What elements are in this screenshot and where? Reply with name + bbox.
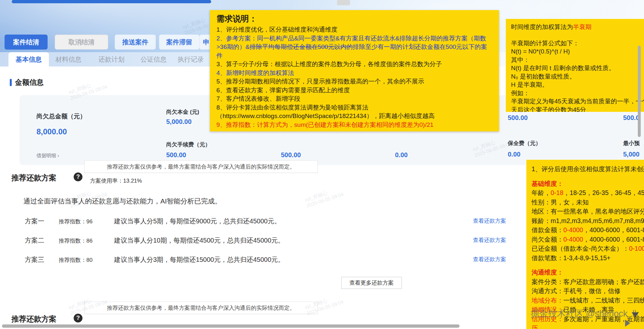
requirement-line: 5、推荐分期期数相同的情况下，只显示推荐指数最高的一个，其余的不展示 bbox=[216, 77, 492, 86]
community-watermark: 掘金技术社区 @sherlock_lk bbox=[531, 308, 639, 320]
requirement-segment: 4、新增时间维度的加权算法 bbox=[216, 69, 294, 76]
dimension-segment: 基础维度： bbox=[532, 180, 564, 187]
requirement-line: 4、新增时间维度的加权算法 bbox=[216, 69, 492, 78]
preservation-fee-label: 保全费（元） bbox=[508, 140, 541, 147]
help-icon[interactable]: ? bbox=[74, 172, 82, 181]
requirements-note-overlay: 需求说明： 1、评分维度优化，区分基础维度和沟通维度2、参考方案：同一机构产品&… bbox=[210, 10, 499, 131]
dimension-line: 沟通维度： bbox=[532, 268, 644, 277]
requirement-segment: 1、评分维度优化，区分基础维度和沟通维度 bbox=[216, 26, 338, 33]
dimension-line: 已还金额（借款本金-尚欠本金）：0-10000 bbox=[532, 244, 644, 253]
dimension-segment: 借款金额： bbox=[532, 226, 564, 233]
dimension-segment: 借款笔数：1-3,4-8,9-15,15+ bbox=[532, 254, 610, 262]
requirement-line: 6、查看还款方案，弹窗内需要显示匹配上的维度 bbox=[216, 86, 492, 95]
plan-recommend-index: 推荐指数：96 bbox=[59, 217, 114, 227]
plan-row-2: 方案二推荐指数：86建议当事人分10期，每期偿还4500元，总共归还45000元… bbox=[25, 235, 579, 245]
view-plan-link[interactable]: 查看还款方案 bbox=[473, 216, 506, 226]
dimension-segment: ，18-25，26-35，36-45，45+ bbox=[564, 189, 644, 196]
tab-1[interactable]: 基本信息 bbox=[8, 52, 49, 67]
view-more-plans-button[interactable]: 查看更多还款方案 bbox=[341, 277, 402, 289]
plan-description: 建议当事人分5期，每期偿还9000元，总共归还45000元。 bbox=[114, 217, 281, 225]
amount-value-col4: 0.00 bbox=[395, 151, 408, 159]
case-detail-page: 案件结清取消结清推送案件案件滞留申 基本信息材料信息还款计划公证信息执行记录 x… bbox=[0, 0, 644, 329]
tab-3[interactable]: 还款计划 bbox=[91, 52, 132, 67]
halflife-segment: 半衰期的计算公式如下： bbox=[511, 40, 579, 47]
view-plan-link[interactable]: 查看还款方案 bbox=[473, 235, 506, 245]
plan-disclaimer-tooltip-2: 推荐还款方案仅供参考，最终方案需结合与客户深入沟通后的实际情况而定。 bbox=[84, 302, 318, 314]
halflife-line: N(t) 是在时间 t 后剩余的数量或性质。 bbox=[511, 64, 644, 72]
dimension-segment: 地区：有一些黑名单，黑名单的地区评分就 bbox=[532, 208, 644, 215]
plan-section-title: 推荐还款方案 bbox=[11, 173, 56, 183]
dimension-line: 年龄，0-18，18-25，26-35，36-45，45+ bbox=[532, 188, 644, 198]
halflife-segment: 时间维度的加权算法为 bbox=[511, 23, 573, 30]
header-button-1[interactable]: 案件结清 bbox=[5, 35, 48, 50]
plan-description: 建议当事人分10期，每期偿还4500元，总共归还45000元。 bbox=[114, 237, 284, 244]
vertical-scrollbar[interactable] bbox=[638, 46, 641, 137]
header-button-2[interactable]: 取消结清 bbox=[55, 35, 108, 50]
tab-2[interactable]: 材料信息 bbox=[48, 52, 89, 67]
plan-name: 方案一 bbox=[25, 216, 59, 226]
fee-owed-label: 尚欠手续费（元） bbox=[166, 141, 211, 148]
dimension-line: 借款金额：0-4000，4000-6000，6001-80 bbox=[532, 225, 644, 235]
halflife-segment: H 是半衰期。 bbox=[511, 81, 548, 88]
min-estimate-label: 最小预 bbox=[623, 140, 640, 147]
halflife-line: 例如： bbox=[511, 89, 644, 97]
min-estimate-value: 5,000 bbox=[623, 151, 639, 158]
requirement-line: 3、算子=分子/分母：根据以上维度的案件总数为分母，各维度值的案件总数为分子 bbox=[216, 60, 492, 69]
halflife-line: 天后这个案子的分数为45分 bbox=[511, 106, 644, 112]
header-button-4[interactable]: 案件滞留 bbox=[159, 35, 199, 50]
ai-analysis-summary: 通过全面评估当事人的还款意愿与还款能力，AI智能分析已完成。 bbox=[23, 197, 222, 206]
dimension-segment: 1、评分后使用余弦相似度算法计算未创建 bbox=[532, 165, 644, 172]
halflife-segment: N(t) 是在时间 t 后剩余的数量或性质。 bbox=[511, 65, 615, 71]
plan-recommend-index: 推荐指数：80 bbox=[59, 255, 114, 265]
top-blue-bar bbox=[12, 0, 211, 3]
plan-recommend-index: 推荐指数：86 bbox=[59, 236, 114, 246]
preservation-fee-value: 0.00 bbox=[508, 151, 520, 158]
halflife-blank bbox=[511, 31, 644, 39]
plan-name: 方案三 bbox=[25, 255, 59, 264]
loan-detail-link[interactable]: 借据明细 › bbox=[37, 153, 59, 159]
dimension-segment: 案件分类：客户还款意愿明确；客户还款意 bbox=[532, 278, 644, 285]
dimension-line: 地区：有一些黑名单，黑名单的地区评分就 bbox=[532, 207, 644, 216]
horizontal-scrollbar[interactable] bbox=[2, 324, 460, 328]
dimension-line: 性别：男，女，未知 bbox=[532, 198, 644, 207]
plan-section-title-2: 推荐还款方案 bbox=[11, 314, 56, 324]
chevron-down-icon[interactable] bbox=[632, 312, 639, 317]
dimension-segment: ，4000-6000，6001-80 bbox=[583, 226, 644, 233]
requirements-list: 1、评分维度优化，区分基础维度和沟通维度2、参考方案：同一机构产品&同一委案类型… bbox=[216, 25, 492, 129]
amount-value-row1-col6: 500.0 bbox=[623, 114, 639, 122]
dimension-segment: 性别：男，女，未知 bbox=[532, 199, 589, 206]
amounts-section-title: 金额信息 bbox=[15, 78, 44, 87]
plan-usage-rate: 方案使用率：13.21% bbox=[90, 177, 142, 185]
halflife-line: 时间维度的加权算法为半衰期 bbox=[511, 23, 644, 31]
tab-5[interactable]: 执行记录 bbox=[170, 52, 211, 67]
dimension-line: 基础维度： bbox=[532, 179, 644, 188]
tab-4[interactable]: 公证信息 bbox=[133, 52, 174, 67]
requirement-segment: 5、推荐分期期数相同的情况下，只显示推荐指数最高的一个，其余的不展示 bbox=[216, 78, 424, 85]
plan-list: 方案一推荐指数：96建议当事人分5期，每期偿还9000元，总共归还45000元。… bbox=[25, 216, 579, 274]
dimension-segment: 账龄：m1,m2,m3,m4,m5,m6,m7,m8,m9,m bbox=[532, 217, 644, 224]
header-button-3[interactable]: 推送案件 bbox=[115, 35, 156, 50]
requirement-segment: 8、评分卡算法由余弦相似度算法调整为曼哈顿距离算法（https://www.cn… bbox=[216, 104, 435, 120]
view-plan-link[interactable]: 查看还款方案 bbox=[473, 255, 506, 264]
requirement-line: 1、评分维度优化，区分基础维度和沟通维度 bbox=[216, 25, 492, 34]
dimension-segment: 0-4000 bbox=[564, 236, 583, 243]
dimension-segment: 地域分布： bbox=[532, 297, 564, 304]
halflife-segment: 半衰期定义为每45天衰减为当前质量的一半，一个 bbox=[511, 98, 644, 105]
halflife-segment: N(t) = N0*(0.5)^(t / H) bbox=[511, 48, 570, 55]
halflife-segment: N₀ 是初始数量或性质。 bbox=[511, 73, 576, 80]
play-arrow-icon[interactable] bbox=[625, 320, 630, 327]
requirement-line: 8、评分卡算法由余弦相似度算法调整为曼哈顿距离算法（https://www.cn… bbox=[216, 103, 492, 121]
dimensions-note-overlay: 1、评分后使用余弦相似度算法计算未创建基础维度：年龄，0-18，18-25，26… bbox=[526, 160, 644, 329]
requirement-line: 7、客户情况表修改、新增字段 bbox=[216, 95, 492, 103]
dimension-line: 尚欠金额：0-4000，4000-6000，6001-80 bbox=[532, 235, 644, 244]
dimension-line: 案件分类：客户还款意愿明确；客户还款意 bbox=[532, 277, 644, 287]
requirement-segment: 7、客户情况表修改、新增字段 bbox=[216, 95, 300, 102]
dimension-blank bbox=[532, 174, 644, 179]
halflife-line: N(t) = N0*(0.5)^(t / H) bbox=[511, 47, 644, 56]
principal-owed-value: 5,000.00 bbox=[166, 118, 192, 126]
requirement-line: 2、参考方案：同一机构产品&同一委案类型&有方案且有还款流水&排除超长分期的推荐… bbox=[216, 34, 492, 60]
dimension-line: 1、评分后使用余弦相似度算法计算未创建 bbox=[532, 164, 644, 174]
requirement-line: 9、推荐指数：计算方式为，sum(已创建方案和未创建方案相同的维度差为0)/21 bbox=[216, 121, 492, 129]
halflife-line: N₀ 是初始数量或性质。 bbox=[511, 72, 644, 81]
total-owed-label: 尚欠总金额（元） bbox=[37, 112, 86, 121]
